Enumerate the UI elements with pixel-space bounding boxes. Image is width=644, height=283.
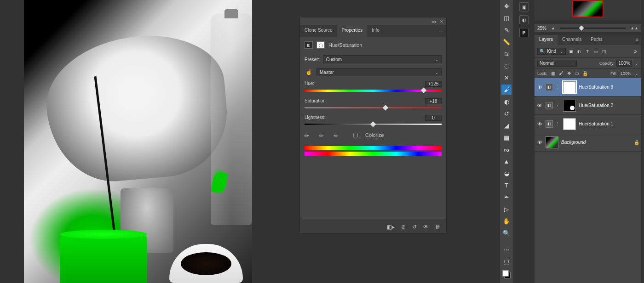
zoom-out-icon[interactable]: ▲ [551,26,555,30]
tab-info[interactable]: Info [367,25,384,37]
filter-toggle-icon[interactable]: ⊙ [632,48,638,55]
zoom-tool-icon[interactable]: 🔍 [501,228,512,238]
tab-properties[interactable]: Properties [337,25,368,37]
delete-icon[interactable]: 🗑 [435,224,441,230]
layer-row[interactable]: 👁 ◧ ⋮ Hue/Saturation 3 [535,78,641,96]
spot-heal-icon[interactable]: ◐ [501,96,512,107]
fill-arrow-icon[interactable]: ⌄ [635,71,638,76]
pen-tool-icon[interactable]: ✒ [501,192,512,202]
zoom-in-icon[interactable]: ▲▲ [630,26,638,30]
lock-all-icon[interactable]: 🔒 [582,71,588,76]
preset-dropdown[interactable]: Custom [323,55,442,63]
visibility-icon[interactable]: 👁 [536,85,543,90]
tab-paths[interactable]: Paths [586,35,607,45]
blend-mode-dropdown[interactable]: Normal [537,60,577,67]
reset-icon[interactable]: ↺ [412,224,417,230]
clip-to-layer-icon[interactable]: ◧▸ [387,224,395,230]
brush-tool-icon[interactable]: 🖌 [501,85,512,95]
smudge-icon[interactable]: ᔓ [501,144,512,154]
hue-value[interactable]: +125 [425,81,442,87]
color-swatch[interactable] [502,270,511,278]
lock-image-icon[interactable]: 🖌 [559,71,564,76]
visibility-icon[interactable]: 👁 [536,103,543,108]
layer-mask-thumb[interactable] [563,100,576,112]
lock-position-icon[interactable]: ✥ [567,71,571,76]
zoom-value[interactable]: 25% [537,26,546,31]
foreground-color-swatch[interactable] [502,270,509,277]
history-brush-icon[interactable]: ↺ [501,108,512,119]
lightness-value[interactable]: 0 [425,115,442,121]
lasso-dotted-icon[interactable]: ◌ [501,61,512,71]
eyedropper-add-icon[interactable]: ✎ [318,130,328,141]
hand-tool-icon[interactable]: ✋ [501,216,512,226]
layer-mask-thumb[interactable] [563,118,576,130]
eyedropper-subtract-icon[interactable]: ✎ [333,130,343,141]
tab-clone-source[interactable]: Clone Source [300,25,337,37]
opacity-value[interactable]: 100% [616,60,632,67]
tab-channels[interactable]: Channels [558,35,586,45]
layer-row[interactable]: 👁 ◧ ⋮ Hue/Saturation 1 [535,115,641,133]
eyedropper-icon[interactable]: ✎ [303,130,314,141]
panel-icon-2[interactable]: ◐ [519,15,529,24]
layer-name[interactable]: Hue/Saturation 1 [579,121,613,126]
lock-transparent-icon[interactable]: ▦ [551,71,555,76]
panel-icon-3[interactable]: P [519,28,529,37]
ruler-tool-icon[interactable]: 📏 [501,37,512,47]
more-tools-icon[interactable]: ⋯ [501,244,512,255]
layer-name[interactable]: Hue/Saturation 3 [579,85,613,90]
targeted-adjustment-icon[interactable]: ☝ [305,68,313,76]
crop-tool-icon[interactable]: ◫ [501,13,512,23]
toggle-visibility-icon[interactable]: 👁 [423,224,429,230]
close-icon[interactable]: ✕ [440,19,443,24]
layer-thumb[interactable] [546,136,558,148]
navigator-thumbnail[interactable] [572,0,604,17]
tab-layers[interactable]: Layers [535,35,558,45]
gradient-tool-icon[interactable]: ▦ [501,132,512,142]
opacity-arrow-icon[interactable]: ⌄ [635,61,638,66]
panel-icon-1[interactable]: ▣ [519,2,529,11]
eyedropper-tool-icon[interactable]: ✎ [501,25,512,35]
saturation-slider[interactable] [305,107,442,108]
layer-name[interactable]: Background [561,140,586,145]
visibility-icon[interactable]: 👁 [536,140,543,145]
layer-row[interactable]: 👁 ◧ ⋮ Hue/Saturation 2 [535,96,641,115]
saturation-value[interactable]: +18 [425,98,442,104]
link-icon[interactable]: ⋮ [556,85,560,90]
collapse-icon[interactable]: ◂◂ [431,19,436,24]
brush-size-icon[interactable]: ≋ [501,49,512,59]
lock-artboard-icon[interactable]: ▭ [575,71,579,76]
document-canvas[interactable] [24,0,252,283]
lightness-slider[interactable] [305,124,442,125]
zoom-slider[interactable] [560,28,626,29]
path-select-icon[interactable]: ▷ [501,204,512,214]
colorize-checkbox[interactable] [353,133,358,137]
view-previous-icon[interactable]: ⊘ [401,224,406,230]
adjustment-header: ◧ ◯ Hue/Saturation [305,41,442,49]
link-icon[interactable]: ⋮ [556,103,560,108]
filter-pixel-icon[interactable]: ▣ [568,48,574,55]
panel-menu-icon[interactable]: ≡ [436,25,446,37]
layer-mask-thumb[interactable] [563,81,576,93]
mask-icon[interactable]: ◯ [316,41,325,49]
filter-shape-icon[interactable]: ▭ [592,48,599,55]
layer-row[interactable]: 👁 Background 🔒 [535,133,641,152]
filter-type-icon[interactable]: T [584,48,591,55]
eraser-tool-icon[interactable]: ◢ [501,120,512,130]
triangle-icon[interactable]: ▲ [501,156,512,166]
layer-filter-dropdown[interactable]: 🔍 Kind [537,48,566,55]
visibility-icon[interactable]: 👁 [536,121,543,127]
type-tool-icon[interactable]: T [501,180,512,190]
bucket-tool-icon[interactable]: ◒ [501,168,512,178]
lock-icon[interactable]: 🔒 [634,140,639,145]
filter-smart-icon[interactable]: ◫ [601,48,607,55]
fill-value[interactable]: 100% [621,71,631,76]
shuffle-icon[interactable]: ✕ [501,73,512,83]
layer-name[interactable]: Hue/Saturation 2 [579,103,613,108]
hue-slider[interactable] [305,90,442,92]
link-icon[interactable]: ⋮ [556,122,560,126]
layers-menu-icon[interactable]: ≡ [633,35,641,45]
filter-adjust-icon[interactable]: ◐ [576,48,582,55]
range-dropdown[interactable]: Master [316,68,442,76]
move-tool-icon[interactable]: ✥ [501,1,512,11]
quick-mask-icon[interactable]: ⬚ [501,256,512,266]
